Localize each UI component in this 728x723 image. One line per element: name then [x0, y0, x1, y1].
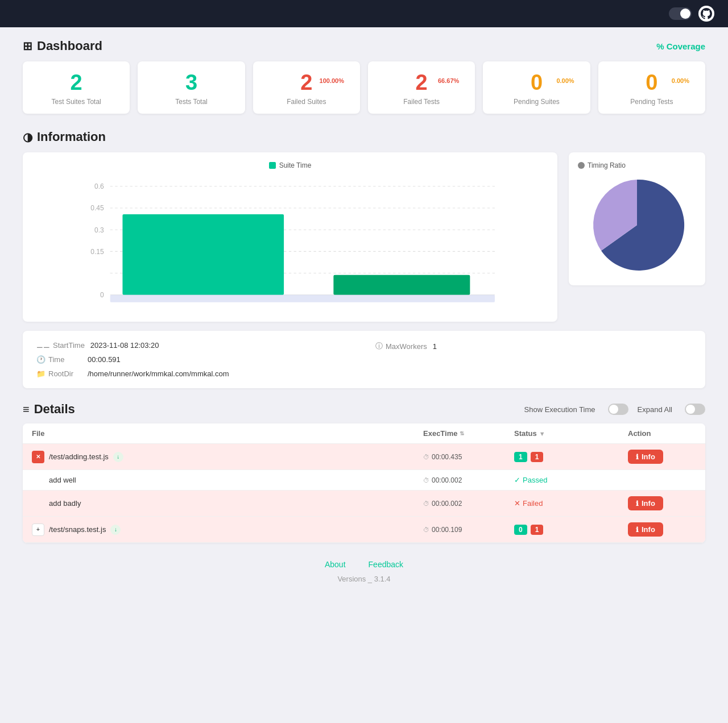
header-status: Status ▼ [514, 429, 628, 438]
file-cell-adding: ✕ /test/adding.test.js ↓ [32, 451, 423, 463]
footer-version: Versions _ 3.1.4 [23, 575, 705, 583]
pie-legend-dot [578, 162, 585, 169]
dashboard-title: ⊞ Dashboard [23, 39, 102, 53]
exec-time-addbadly: ⏱ 00:00.002 [423, 500, 514, 508]
card-percent-failed-tests: 66.67% [438, 77, 459, 84]
bar-chart-svg: 0.6 0.45 0.3 0.15 0 [32, 174, 548, 310]
header-file: File [32, 429, 423, 438]
info-button-snaps[interactable]: ℹ Info [628, 522, 663, 537]
svg-rect-11 [122, 214, 284, 295]
file-icon-plus: + [32, 523, 44, 536]
status-cell-addbadly: ✕ Failed [514, 499, 628, 508]
card-test-suites-total: 2 Test Suites Total [23, 61, 130, 114]
details-table: File ExecTime ⇅ Status ▼ Action [23, 423, 705, 543]
card-failed-suites: 100.00% 2 Failed Suites [253, 61, 360, 114]
card-failed-tests: 66.67% 2 Failed Tests [368, 61, 475, 114]
starttime-val: 2023-11-08 12:03:20 [90, 341, 159, 350]
file-name-adding: /test/adding.test.js [49, 452, 109, 461]
pie-chart-wrapper: Timing Ratio [569, 152, 705, 285]
status-cell-snaps: 0 1 [514, 525, 628, 535]
theme-toggle[interactable] [669, 7, 692, 20]
action-cell-adding: ℹ Info [628, 450, 696, 464]
card-percent-pending-suites: 0.00% [556, 77, 574, 84]
expand-all-knob [686, 405, 695, 414]
filter-icon: ▼ [539, 430, 545, 437]
svg-text:0.6: 0.6 [94, 182, 104, 190]
card-label-failed-tests: Failed Tests [377, 98, 466, 106]
file-cell-addbadly: add badly [32, 499, 423, 508]
table-row: add well ⏱ 00:00.002 ✓ Passed [23, 470, 705, 491]
svg-rect-13 [110, 295, 495, 302]
pie-chart-svg [586, 174, 688, 276]
suite-time-legend-label: Suite Time [279, 161, 312, 169]
info-rows-left: ⚊⚊ StartTime 2023-11-08 12:03:20 🕐 Time … [36, 341, 353, 378]
pie-legend-label: Timing Ratio [588, 161, 626, 169]
card-tests-total: 3 Tests Total [138, 61, 245, 114]
svg-rect-12 [333, 275, 470, 295]
details-icon: ≡ [23, 403, 30, 416]
info-button-addbadly[interactable]: ℹ Info [628, 496, 663, 510]
timer-icon-badly: ⏱ [423, 500, 429, 507]
feedback-link[interactable]: Feedback [369, 560, 403, 569]
about-link[interactable]: About [325, 560, 346, 569]
starttime-key: ⚊⚊ StartTime [36, 341, 85, 350]
chart-legend: Suite Time [32, 161, 548, 169]
status-badge-green-adding: 1 [514, 452, 527, 462]
maxworkers-key: ⓘ MaxWorkers [375, 341, 427, 351]
card-percent-pending-tests: 0.00% [672, 77, 689, 84]
info-row-rootdir: 📁 RootDir /home/runner/work/mmkal.com/mm… [36, 369, 353, 378]
exec-time-snaps: ⏱ 00:00.109 [423, 526, 514, 534]
exec-time-addwell: ⏱ 00:00.002 [423, 476, 514, 484]
file-badge-snaps: ↓ [110, 525, 121, 535]
pie-legend: Timing Ratio [578, 161, 626, 169]
time-key: 🕐 Time [36, 355, 82, 364]
expand-all-label: Expand All [638, 405, 672, 414]
file-name-addbadly: add badly [32, 499, 81, 508]
status-badge-red-snaps: 1 [531, 525, 544, 535]
sort-icon: ⇅ [460, 430, 464, 437]
time-val: 00:00.591 [88, 355, 121, 364]
info-btn-icon-badly: ℹ [636, 500, 639, 508]
card-value-tests-total: 3 [147, 72, 235, 93]
action-cell-snaps: ℹ Info [628, 522, 696, 537]
card-percent-failed-suites: 100.00% [320, 77, 344, 84]
information-title: ◑ Information [23, 130, 106, 144]
dashboard-icon: ⊞ [23, 39, 32, 53]
information-header: ◑ Information [23, 130, 705, 144]
github-icon[interactable] [698, 6, 714, 22]
card-value-suites-total: 2 [32, 72, 121, 93]
info-rows-right: ⓘ MaxWorkers 1 [375, 341, 692, 378]
bars-icon: ⚊⚊ [36, 341, 50, 350]
check-icon: ✓ [514, 476, 520, 484]
details-controls: Show Execution Time Expand All [524, 404, 705, 415]
file-cell-addwell: add well [32, 476, 423, 484]
summary-cards: 2 Test Suites Total 3 Tests Total 100.00… [23, 61, 705, 114]
svg-text:0.15: 0.15 [90, 248, 104, 256]
clock-icon: 🕐 [36, 355, 46, 364]
file-name-snaps: /test/snaps.test.js [49, 525, 106, 534]
details-header-row: ≡ Details Show Execution Time Expand All [23, 402, 705, 417]
status-passed-addwell: ✓ Passed [514, 476, 547, 484]
information-icon: ◑ [23, 130, 32, 144]
status-cell-adding: 1 1 [514, 452, 628, 462]
expand-all-toggle[interactable] [685, 404, 705, 415]
card-label-pending-suites: Pending Suites [492, 98, 581, 106]
info-button-adding[interactable]: ℹ Info [628, 450, 663, 464]
maxworkers-val: 1 [433, 342, 437, 351]
main-content: ⊞ Dashboard % Coverage 2 Test Suites Tot… [0, 27, 728, 617]
coverage-link[interactable]: % Coverage [656, 41, 705, 51]
x-icon: ✕ [514, 499, 520, 508]
file-cell-snaps: + /test/snaps.test.js ↓ [32, 523, 423, 536]
status-cell-addwell: ✓ Passed [514, 476, 628, 484]
status-badge-green-snaps: 0 [514, 525, 527, 535]
show-execution-time-toggle[interactable] [608, 404, 628, 415]
card-label-suites-total: Test Suites Total [32, 98, 121, 106]
table-row: add badly ⏱ 00:00.002 ✕ Failed [23, 491, 705, 517]
info-btn-icon-snaps: ℹ [636, 526, 639, 534]
folder-icon: 📁 [36, 369, 46, 378]
svg-text:0.45: 0.45 [90, 204, 104, 212]
status-badge-red-adding: 1 [531, 452, 544, 462]
info-row-time: 🕐 Time 00:00.591 [36, 355, 353, 364]
topbar [0, 0, 728, 27]
rootdir-val: /home/runner/work/mmkal.com/mmkal.com [88, 369, 229, 378]
